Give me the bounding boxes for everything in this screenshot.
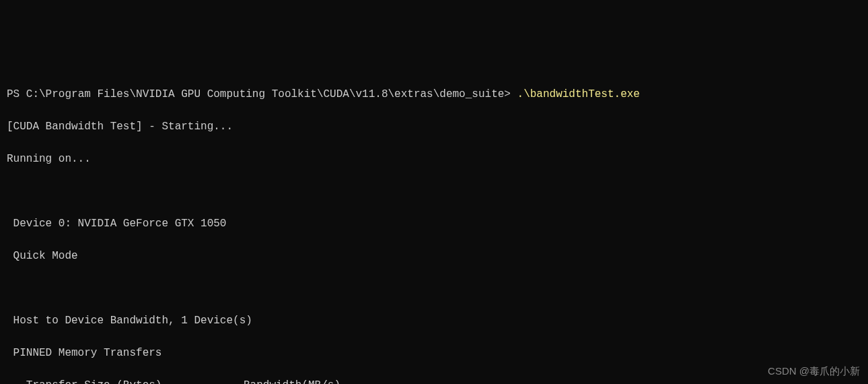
col1-header: Transfer Size (Bytes)	[7, 377, 244, 384]
ps-prefix: PS	[7, 88, 26, 100]
section-title: Host to Device Bandwidth, 1 Device(s)	[7, 313, 861, 329]
output-device: Device 0: NVIDIA GeForce GTX 1050	[7, 216, 861, 232]
output-header: [CUDA Bandwidth Test] - Starting...	[7, 119, 861, 135]
col2-header: Bandwidth(MB/s)	[244, 377, 340, 384]
terminal-output[interactable]: PS C:\Program Files\NVIDIA GPU Computing…	[7, 70, 861, 384]
prompt-separator: >	[504, 88, 517, 100]
section-memtype: PINNED Memory Transfers	[7, 345, 861, 361]
output-running: Running on...	[7, 151, 861, 167]
command-text: .\bandwidthTest.exe	[517, 88, 640, 100]
section-header-row: Transfer Size (Bytes)Bandwidth(MB/s)	[7, 377, 861, 384]
prompt-line: PS C:\Program Files\NVIDIA GPU Computing…	[7, 86, 861, 102]
watermark: CSDN @毒爪的小新	[768, 364, 860, 379]
output-mode: Quick Mode	[7, 248, 861, 264]
blank-line	[7, 280, 861, 296]
blank-line	[7, 183, 861, 199]
prompt-path: C:\Program Files\NVIDIA GPU Computing To…	[26, 88, 505, 100]
